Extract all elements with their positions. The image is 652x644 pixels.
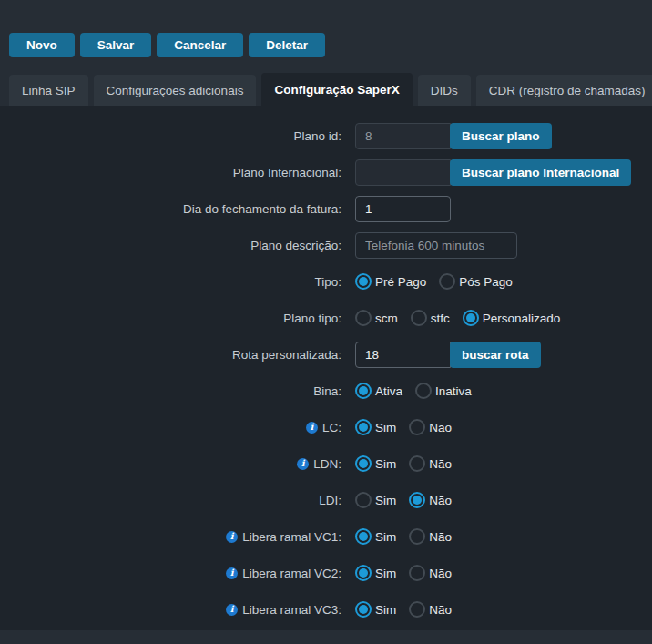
dia-fechamento-control: [355, 196, 451, 222]
libera-vc2-label: iLibera ramal VC2:: [0, 567, 341, 580]
form-row-rota-personalizada: Rota personalizada: buscar rota: [0, 342, 652, 367]
ldi-radio-group: Sim Não: [355, 492, 452, 508]
tipo-radio-group: Pré Pago Pós Pago: [355, 273, 513, 290]
dia-fechamento-input[interactable]: [355, 196, 451, 222]
radio-selected-icon: [355, 565, 372, 581]
radio-vc2-sim[interactable]: Sim: [355, 565, 396, 581]
ldn-label: iLDN:: [0, 457, 341, 471]
field-label-text: Plano Internacional:: [233, 166, 341, 179]
plano-internacional-input[interactable]: [355, 159, 451, 186]
radio-vc1-sim[interactable]: Sim: [355, 528, 396, 545]
form-row-plano-tipo: Plano tipo: scm stfc Personalizado: [0, 305, 652, 331]
info-icon[interactable]: i: [306, 422, 318, 434]
form-row-lc: iLC: Sim Não: [0, 414, 652, 440]
form-row-dia-fechamento: Dia do fechamento da fatura:: [0, 196, 652, 221]
radio-selected-icon: [355, 455, 372, 472]
radio-selected-icon: [355, 383, 372, 399]
radio-unselected-icon: [409, 565, 425, 581]
radio-ldn-nao[interactable]: Não: [409, 455, 452, 472]
plano-id-control: Buscar plano: [355, 123, 552, 149]
field-label-text: LDI:: [319, 494, 341, 507]
field-label-text: Bina:: [313, 384, 341, 398]
rota-personalizada-input[interactable]: [355, 342, 451, 368]
radio-selected-icon: [355, 419, 372, 435]
libera-vc3-radio-group: Sim Não: [355, 601, 452, 618]
ldi-label: LDI:: [0, 494, 341, 507]
bina-radio-group: Ativa Inativa: [355, 383, 472, 399]
radio-unselected-icon: [409, 419, 425, 435]
radio-pre-pago[interactable]: Pré Pago: [355, 273, 426, 290]
radio-vc3-nao[interactable]: Não: [409, 601, 452, 618]
radio-pos-pago[interactable]: Pós Pago: [439, 273, 513, 290]
tab-configuracoes-adicionais[interactable]: Configurações adicionais: [94, 75, 257, 106]
libera-vc3-label: iLibera ramal VC3:: [0, 603, 341, 617]
plano-id-input[interactable]: [355, 123, 451, 149]
field-label-text: Tipo:: [314, 275, 341, 289]
radio-selected-icon: [355, 601, 372, 618]
buscar-plano-button[interactable]: Buscar plano: [450, 123, 552, 149]
radio-bina-ativa[interactable]: Ativa: [355, 383, 402, 399]
radio-unselected-icon: [355, 492, 372, 508]
radio-selected-icon: [463, 310, 479, 326]
tab-bar: Linha SIP Configurações adicionais Confi…: [0, 73, 652, 106]
lc-label: iLC:: [0, 421, 341, 434]
buscar-plano-internacional-button[interactable]: Buscar plano Internacional: [450, 159, 631, 186]
radio-ldi-sim[interactable]: Sim: [355, 492, 396, 508]
plano-descricao-label: Plano descrição:: [0, 239, 341, 252]
radio-vc2-nao[interactable]: Não: [409, 565, 452, 581]
radio-selected-icon: [409, 492, 425, 508]
radio-scm[interactable]: scm: [355, 310, 398, 326]
tab-dids[interactable]: DIDs: [418, 75, 471, 106]
plano-descricao-control: [355, 232, 517, 259]
tab-configuracao-saperx[interactable]: Configuração SaperX: [261, 73, 412, 106]
rota-personalizada-control: buscar rota: [355, 342, 541, 368]
radio-personalizado[interactable]: Personalizado: [463, 310, 561, 326]
cancelar-button[interactable]: Cancelar: [157, 33, 243, 57]
radio-unselected-icon: [439, 273, 455, 290]
form-row-plano-id: Plano id: Buscar plano: [0, 123, 652, 148]
form-row-libera-vc3: iLibera ramal VC3: Sim Não: [0, 597, 652, 622]
salvar-button[interactable]: Salvar: [80, 33, 152, 57]
field-label-text: Dia do fechamento da fatura:: [183, 202, 341, 216]
radio-unselected-icon: [355, 310, 372, 326]
form-row-ldi: LDI: Sim Não: [0, 487, 652, 513]
toolbar: Novo Salvar Cancelar Deletar: [0, 0, 652, 57]
bina-label: Bina:: [0, 384, 341, 398]
radio-ldn-sim[interactable]: Sim: [355, 455, 396, 472]
form-panel: Plano id: Buscar plano Plano Internacion…: [0, 106, 652, 630]
plano-id-label: Plano id:: [0, 129, 341, 143]
plano-internacional-label: Plano Internacional:: [0, 166, 341, 179]
plano-descricao-input[interactable]: [355, 232, 517, 259]
form-row-tipo: Tipo: Pré Pago Pós Pago: [0, 269, 652, 294]
radio-stfc[interactable]: stfc: [411, 310, 450, 326]
field-label-text: Libera ramal VC1:: [242, 530, 341, 544]
form-row-libera-vc1: iLibera ramal VC1: Sim Não: [0, 524, 652, 549]
novo-button[interactable]: Novo: [9, 33, 75, 57]
radio-lc-sim[interactable]: Sim: [355, 419, 396, 435]
radio-ldi-nao[interactable]: Não: [409, 492, 452, 508]
info-icon[interactable]: i: [226, 567, 238, 579]
radio-unselected-icon: [411, 310, 427, 326]
radio-lc-nao[interactable]: Não: [409, 419, 452, 435]
info-icon[interactable]: i: [226, 604, 238, 616]
radio-unselected-icon: [409, 455, 425, 472]
field-label-text: Rota personalizada:: [232, 348, 341, 362]
field-label-text: Plano tipo:: [283, 312, 341, 325]
radio-vc3-sim[interactable]: Sim: [355, 601, 396, 618]
buscar-rota-button[interactable]: buscar rota: [450, 342, 541, 368]
deletar-button[interactable]: Deletar: [249, 33, 325, 57]
radio-bina-inativa[interactable]: Inativa: [415, 383, 472, 399]
info-icon[interactable]: i: [297, 458, 309, 470]
form-row-libera-vc2: iLibera ramal VC2: Sim Não: [0, 560, 652, 586]
form-row-plano-descricao: Plano descrição:: [0, 232, 652, 258]
info-icon[interactable]: i: [226, 531, 238, 543]
form-row-ldn: iLDN: Sim Não: [0, 451, 652, 476]
tab-cdr[interactable]: CDR (registro de chamadas): [476, 75, 652, 106]
radio-unselected-icon: [415, 383, 432, 399]
field-label-text: LC:: [322, 421, 341, 434]
radio-vc1-nao[interactable]: Não: [409, 528, 452, 545]
tab-linha-sip[interactable]: Linha SIP: [9, 75, 88, 106]
form-row-bina: Bina: Ativa Inativa: [0, 378, 652, 404]
ldn-radio-group: Sim Não: [355, 455, 452, 472]
lc-radio-group: Sim Não: [355, 419, 452, 435]
